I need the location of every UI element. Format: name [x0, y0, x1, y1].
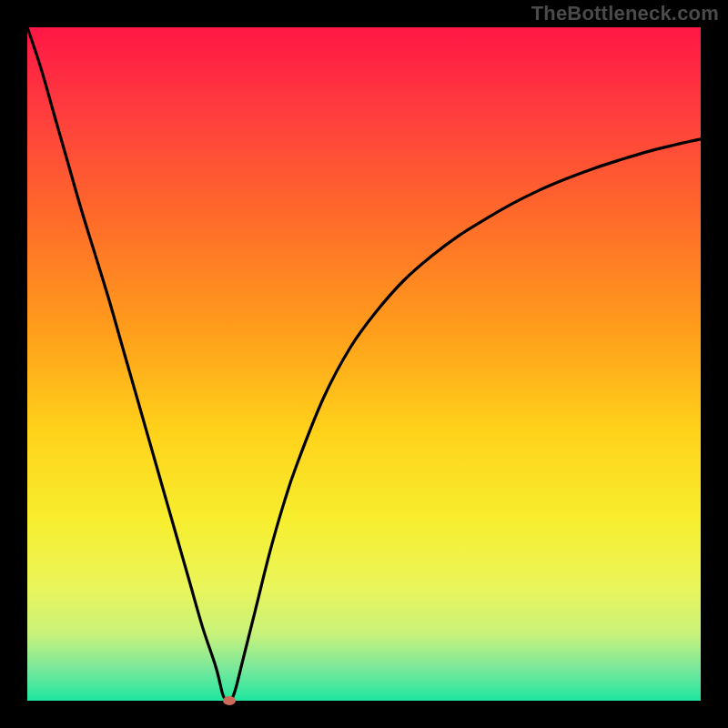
watermark-text: TheBottleneck.com [531, 2, 719, 25]
chart-container: TheBottleneck.com [0, 0, 728, 728]
bottleneck-chart [0, 0, 728, 728]
optimal-point-marker [223, 696, 236, 705]
